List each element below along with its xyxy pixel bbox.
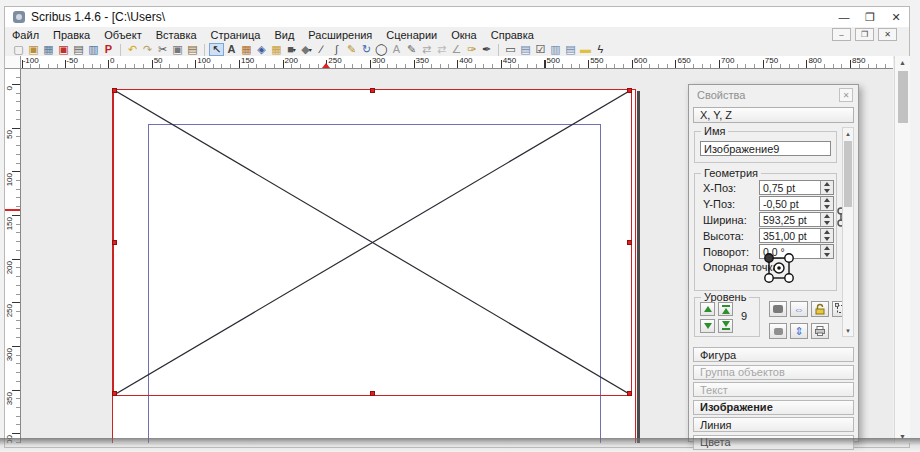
width-spin-arrows[interactable] xyxy=(820,213,833,226)
mdi-close-button[interactable]: ✕ xyxy=(878,28,897,41)
select-item-icon[interactable]: ↖ xyxy=(209,43,224,56)
zoom-icon[interactable]: ◯ xyxy=(374,43,389,56)
rotate-item-icon[interactable]: ↻ xyxy=(359,43,374,56)
insert-text-frame-icon[interactable]: A xyxy=(224,43,239,56)
mdi-restore-button[interactable]: ❐ xyxy=(855,28,874,41)
selection-handle-2[interactable] xyxy=(627,88,632,93)
selection-handle-0[interactable] xyxy=(112,88,117,93)
menu-view[interactable]: Вид xyxy=(267,27,301,42)
level-up-button[interactable] xyxy=(700,302,715,316)
section-line[interactable]: Линия xyxy=(693,417,854,432)
open-document-icon[interactable]: ▣ xyxy=(26,43,41,56)
x-pos-spin-arrows[interactable] xyxy=(820,181,833,194)
toggle-print-button[interactable] xyxy=(811,323,829,339)
extra-object-button-2[interactable] xyxy=(769,323,787,339)
copy-icon[interactable]: ▣ xyxy=(170,43,185,56)
height-spinbox[interactable]: 351,00 pt xyxy=(759,228,834,243)
cut-icon[interactable]: ✂ xyxy=(155,43,170,56)
pdf-link-annotation-icon[interactable]: ϟ xyxy=(593,43,608,56)
redo-icon[interactable]: ↷ xyxy=(140,43,155,56)
selection-handle-3[interactable] xyxy=(112,240,117,245)
canvas-vertical-scrollbar[interactable]: ▲ ▼ xyxy=(894,56,910,443)
menu-insert[interactable]: Вставка xyxy=(149,27,204,42)
properties-palette-header[interactable]: Свойства ✕ xyxy=(689,85,858,105)
pdf-push-button-icon[interactable]: ▭ xyxy=(503,43,518,56)
x-pos-spinbox[interactable]: 0,75 pt xyxy=(759,180,834,195)
properties-close-button[interactable]: ✕ xyxy=(839,88,853,102)
insert-polygon-icon[interactable]: ◆▾ xyxy=(299,43,314,56)
pdf-text-annotation-icon[interactable]: ▬ xyxy=(578,43,593,56)
object-name-input[interactable]: Изображение9 xyxy=(700,141,831,156)
link-text-frames-icon[interactable]: ⇄ xyxy=(419,43,434,56)
scrollbar-up-arrow[interactable]: ▲ xyxy=(895,56,910,69)
menu-page[interactable]: Страница xyxy=(204,27,268,42)
pdf-checkbox-icon[interactable]: ☑ xyxy=(533,43,548,56)
basepoint-selector[interactable] xyxy=(759,248,799,288)
selection-handle-1[interactable] xyxy=(370,88,375,93)
y-pos-value[interactable]: -0,50 pt xyxy=(760,197,820,210)
menu-edit[interactable]: Правка xyxy=(46,27,97,42)
panel-scrollbar-down-arrow[interactable]: ▼ xyxy=(843,325,853,336)
paste-icon[interactable]: ▤ xyxy=(185,43,200,56)
print-document-icon[interactable]: ▤ xyxy=(71,43,86,56)
edit-contents-icon[interactable]: A xyxy=(389,43,404,56)
menu-extras[interactable]: Расширения xyxy=(301,27,379,42)
panel-scrollbar-up-arrow[interactable]: ▲ xyxy=(843,128,853,139)
level-to-top-button[interactable] xyxy=(718,302,733,316)
close-button[interactable]: ✕ xyxy=(883,7,909,27)
width-value[interactable]: 593,25 pt xyxy=(760,213,820,226)
export-pdf-icon[interactable]: P xyxy=(101,43,116,56)
section-image[interactable]: Изображение xyxy=(693,400,854,415)
menu-scripts[interactable]: Сценарии xyxy=(379,27,444,42)
insert-render-frame-icon[interactable]: ◈ xyxy=(254,43,269,56)
unlink-text-frames-icon[interactable]: ⇄ xyxy=(434,43,449,56)
new-document-icon[interactable]: ▢ xyxy=(11,43,26,56)
story-editor-icon[interactable]: ✎ xyxy=(404,43,419,56)
insert-bezier-curve-icon[interactable]: ∫ xyxy=(329,43,344,56)
tab-xyz[interactable]: X, Y, Z xyxy=(693,107,854,123)
ruler-origin-box[interactable] xyxy=(5,56,21,69)
level-down-button[interactable] xyxy=(700,319,715,333)
selection-handle-7[interactable] xyxy=(627,391,632,396)
unlock-object-button[interactable] xyxy=(811,301,829,317)
close-document-icon[interactable]: ▣ xyxy=(56,43,71,56)
pdf-combo-box-icon[interactable]: ▥ xyxy=(548,43,563,56)
selected-image-frame[interactable] xyxy=(113,89,632,396)
vertical-ruler[interactable]: 050100150200250300350400 xyxy=(5,69,21,443)
level-to-bottom-button[interactable] xyxy=(718,319,733,333)
height-value[interactable]: 351,00 pt xyxy=(760,229,820,242)
x-pos-value[interactable]: 0,75 pt xyxy=(760,181,820,194)
eye-dropper-icon[interactable]: ✒ xyxy=(479,43,494,56)
rotation-spin-arrows[interactable] xyxy=(820,245,833,258)
panel-scrollbar-thumb[interactable] xyxy=(844,141,852,207)
basepoint-top-left-selected[interactable] xyxy=(765,254,773,262)
extra-object-button-1[interactable] xyxy=(769,301,787,317)
restore-button[interactable]: ❐ xyxy=(857,7,883,27)
selection-handle-4[interactable] xyxy=(627,240,632,245)
selection-handle-6[interactable] xyxy=(370,391,375,396)
preflight-verifier-icon[interactable]: ▥ xyxy=(86,43,101,56)
pdf-text-field-icon[interactable]: ▤ xyxy=(518,43,533,56)
menu-windows[interactable]: Окна xyxy=(444,27,484,42)
width-spinbox[interactable]: 593,25 pt xyxy=(759,212,834,227)
panel-scrollbar[interactable]: ▲ ▼ xyxy=(842,127,854,337)
insert-shape-dropdown[interactable]: ▾ xyxy=(293,47,296,53)
insert-polygon-dropdown[interactable]: ▾ xyxy=(309,47,312,53)
menu-help[interactable]: Справка xyxy=(484,27,541,42)
flip-vertical-button[interactable]: ⇕ xyxy=(790,323,808,339)
insert-shape-icon[interactable]: ■▾ xyxy=(284,43,299,56)
section-shape[interactable]: Фигура xyxy=(693,347,854,362)
menu-item[interactable]: Объект xyxy=(97,27,148,42)
copy-item-properties-icon[interactable]: ✑ xyxy=(464,43,479,56)
y-pos-spin-arrows[interactable] xyxy=(820,197,833,210)
menu-file[interactable]: Файл xyxy=(5,27,46,42)
horizontal-ruler[interactable]: -100-50050100150200250300350400450500550… xyxy=(21,56,893,69)
undo-icon[interactable]: ↶ xyxy=(125,43,140,56)
selection-handle-5[interactable] xyxy=(112,391,117,396)
y-pos-spinbox[interactable]: -0,50 pt xyxy=(759,196,834,211)
flip-horizontal-button[interactable]: ⇔ xyxy=(790,301,808,317)
mdi-minimize-button[interactable]: – xyxy=(832,28,851,41)
height-spin-arrows[interactable] xyxy=(820,229,833,242)
measurements-icon[interactable]: ∠ xyxy=(449,43,464,56)
insert-table-icon[interactable]: ▦ xyxy=(269,43,284,56)
